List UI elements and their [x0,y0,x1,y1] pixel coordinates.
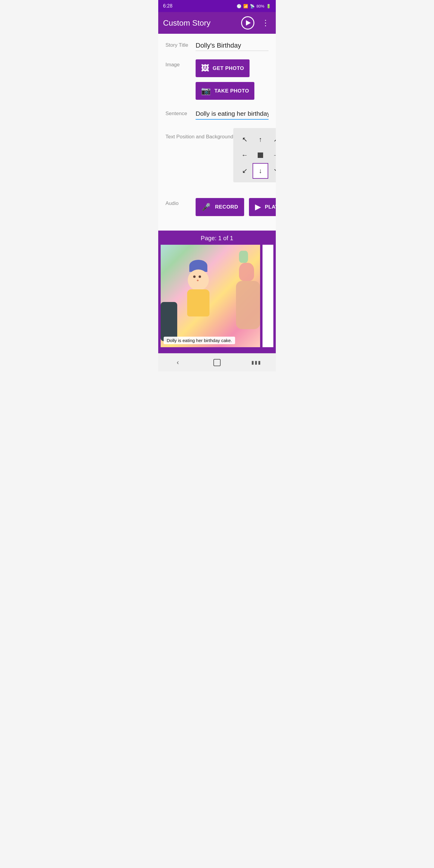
get-photo-button[interactable]: 🖼 GET PHOTO [195,59,250,77]
image-buttons: 🖼 GET PHOTO 📷 TAKE PHOTO [195,59,269,100]
recent-apps-icon: ▮▮▮ [251,360,261,365]
dir-center-icon [258,153,263,158]
image-row: Image 🖼 GET PHOTO 📷 TAKE PHOTO [165,59,269,100]
dir-nw-button[interactable]: ↖ [237,132,253,147]
home-button[interactable] [208,353,226,372]
text-position-label: Text Position and Background [165,128,233,140]
story-title-field [195,40,269,51]
alarm-icon: 🕐 [237,4,241,8]
get-photo-label: GET PHOTO [213,65,244,71]
dir-ne-button[interactable]: ↗ [268,132,276,147]
signal-icon: 📡 [250,4,255,8]
dir-center-button[interactable] [253,147,268,163]
take-photo-icon: 📷 [201,86,211,96]
main-content: Story Title Image 🖼 GET PHOTO 📷 TAKE PHO… [158,34,276,230]
record-label: RECORD [215,204,239,210]
story-title-label: Story Title [165,40,195,48]
caption-text: Dolly is eating her birthday cake. [167,338,232,343]
status-time: 6:28 [163,3,173,9]
play-triangle-icon [246,20,251,26]
dir-w-button[interactable]: ← [237,147,253,163]
microphone-icon: 🎤 [202,203,211,211]
sentence-field [195,108,269,120]
story-title-row: Story Title [165,40,269,51]
play-icon: ▶ [255,203,261,211]
more-options-button[interactable]: ⋮ [260,18,271,28]
play-button[interactable] [240,15,255,31]
battery-icon: 🔋 [266,4,271,8]
get-photo-icon: 🖼 [201,64,209,73]
status-bar: 6:28 🕐 📶 📡 80% 🔋 [158,0,276,12]
doll-scene [161,245,260,347]
wifi-icon: 📶 [243,4,248,8]
take-photo-label: TAKE PHOTO [215,88,249,94]
play-circle-icon [241,16,254,30]
take-photo-button[interactable]: 📷 TAKE PHOTO [195,82,254,100]
recent-apps-button[interactable]: ▮▮▮ [247,353,265,372]
record-button[interactable]: 🎤 RECORD [195,198,244,216]
back-button[interactable]: ‹ [169,353,187,372]
dir-s-button[interactable]: ↓ [253,163,268,179]
play-audio-button[interactable]: ▶ PLAY [249,198,276,216]
page-text: Page: 1 of 1 [201,235,233,241]
dir-sw-button[interactable]: ↙ [237,163,253,179]
audio-label: Audio [165,198,195,207]
story-title-input[interactable] [195,40,269,51]
dir-se-button[interactable]: ↘ [268,163,276,179]
dir-n-button[interactable]: ↑ [253,132,268,147]
text-position-row: Text Position and Background ↖ ↑ ↗ ← → ↙… [165,128,269,190]
status-icons: 🕐 📶 📡 80% 🔋 [237,4,271,8]
audio-row: Audio 🎤 RECORD ▶ PLAY [165,198,269,216]
app-bar-actions: ⋮ [240,15,271,31]
image-label: Image [165,59,195,68]
preview-image-container: Dolly is eating her birthday cake. [161,245,260,347]
direction-grid: ↖ ↑ ↗ ← → ↙ ↓ ↘ [233,128,276,182]
sentence-input[interactable] [195,108,269,120]
more-dots-icon: ⋮ [261,19,270,27]
home-icon [213,359,221,366]
battery-text: 80% [256,4,264,8]
preview-area: Dolly is eating her birthday cake. [158,245,276,353]
bottom-nav: ‹ ▮▮▮ [158,353,276,371]
sentence-label: Sentence [165,108,195,117]
play-label: PLAY [265,204,276,210]
sentence-row: Sentence [165,108,269,120]
app-bar: Custom Story ⋮ [158,12,276,34]
caption-box: Dolly is eating her birthday cake. [164,337,235,344]
app-title: Custom Story [163,19,211,28]
audio-buttons: 🎤 RECORD ▶ PLAY [195,198,276,216]
text-position-controls: ↖ ↑ ↗ ← → ↙ ↓ ↘ [233,128,276,190]
preview-side-panel [262,245,273,347]
dir-e-button[interactable]: → [268,147,276,163]
back-icon: ‹ [177,359,179,367]
page-bar: Page: 1 of 1 [158,230,276,245]
